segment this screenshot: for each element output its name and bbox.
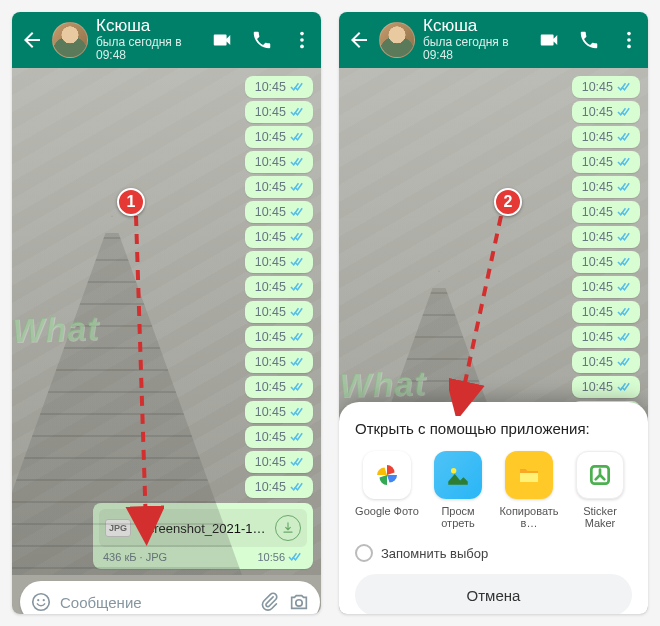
message-bubble[interactable]: 10:45 xyxy=(572,301,640,323)
app-label: Копировать в… xyxy=(497,505,561,530)
app-option-gallery[interactable]: Просм отреть xyxy=(426,451,490,530)
app-label: Google Фото xyxy=(355,505,419,518)
remember-checkbox[interactable] xyxy=(355,544,373,562)
callout-badge-1: 1 xyxy=(117,188,145,216)
phone-right: Ксюша была сегодня в 09:48 What 10:45 10… xyxy=(339,12,648,614)
message-bubble[interactable]: 10:45 xyxy=(245,426,313,448)
read-ticks-icon xyxy=(290,481,305,493)
open-with-sheet: Открыть с помощью приложения: Google Фот… xyxy=(339,402,648,614)
google-photos-icon xyxy=(372,460,402,490)
read-ticks-icon xyxy=(290,206,305,218)
message-bubble[interactable]: 10:45 xyxy=(245,326,313,348)
message-bubble[interactable]: 10:45 xyxy=(572,176,640,198)
download-icon[interactable] xyxy=(275,515,301,541)
message-bubble[interactable]: 10:45 xyxy=(572,76,640,98)
message-bubble[interactable]: 10:45 xyxy=(572,126,640,148)
contact-name-block[interactable]: Ксюша была сегодня в 09:48 xyxy=(96,17,203,62)
message-bubble[interactable]: 10:45 xyxy=(572,101,640,123)
message-input[interactable] xyxy=(60,594,250,611)
svg-point-2 xyxy=(300,45,304,49)
input-bar xyxy=(12,575,321,614)
svg-point-4 xyxy=(37,599,39,601)
back-icon[interactable] xyxy=(20,28,44,52)
message-bubble[interactable]: 10:45 xyxy=(245,276,313,298)
svg-point-1 xyxy=(300,38,304,42)
attach-icon[interactable] xyxy=(258,591,280,613)
voice-call-icon[interactable] xyxy=(251,29,273,51)
app-option-copy[interactable]: Копировать в… xyxy=(497,451,561,530)
message-bubble[interactable]: 10:45 xyxy=(572,251,640,273)
message-bubble[interactable]: 10:45 xyxy=(245,476,313,498)
message-bubble[interactable]: 10:45 xyxy=(245,401,313,423)
message-input-box[interactable] xyxy=(20,581,320,614)
message-bubble[interactable]: 10:45 xyxy=(572,376,640,398)
remember-label: Запомнить выбор xyxy=(381,546,488,561)
message-bubble[interactable]: 10:45 xyxy=(245,201,313,223)
app-label: Просм отреть xyxy=(426,505,490,530)
message-bubble[interactable]: 10:45 xyxy=(572,151,640,173)
read-ticks-icon xyxy=(290,231,305,243)
back-icon[interactable] xyxy=(347,28,371,52)
more-icon[interactable] xyxy=(291,29,313,51)
message-bubble[interactable]: 10:45 xyxy=(245,151,313,173)
svg-point-6 xyxy=(296,600,302,606)
contact-name: Ксюша xyxy=(423,17,530,36)
read-ticks-icon xyxy=(290,381,305,393)
message-bubble[interactable]: 10:45 xyxy=(572,276,640,298)
chat-header: Ксюша была сегодня в 09:48 xyxy=(339,12,648,68)
message-bubble[interactable]: 10:45 xyxy=(572,201,640,223)
message-bubble[interactable]: 10:45 xyxy=(245,76,313,98)
message-bubble[interactable]: 10:45 xyxy=(245,126,313,148)
svg-point-0 xyxy=(300,32,304,36)
callout-badge-2: 2 xyxy=(494,188,522,216)
read-ticks-icon xyxy=(288,551,303,563)
svg-point-8 xyxy=(627,32,631,36)
read-ticks-icon xyxy=(290,81,305,93)
message-bubble[interactable]: 10:45 xyxy=(245,176,313,198)
message-bubble[interactable]: 10:45 xyxy=(245,376,313,398)
message-bubble[interactable]: 10:45 xyxy=(572,351,640,373)
message-bubble[interactable]: 10:45 xyxy=(245,101,313,123)
remember-choice[interactable]: Запомнить выбор xyxy=(355,544,632,562)
svg-point-3 xyxy=(33,594,50,611)
sticker-maker-icon xyxy=(587,462,613,488)
contact-name: Ксюша xyxy=(96,17,203,36)
video-call-icon[interactable] xyxy=(211,29,233,51)
contact-status: была сегодня в 09:48 xyxy=(96,36,203,62)
more-icon[interactable] xyxy=(618,29,640,51)
read-ticks-icon xyxy=(290,306,305,318)
avatar[interactable] xyxy=(379,22,415,58)
folder-icon xyxy=(517,463,541,487)
read-ticks-icon xyxy=(290,456,305,468)
app-option-google-photos[interactable]: Google Фото xyxy=(355,451,419,530)
gallery-icon xyxy=(445,462,471,488)
app-option-sticker[interactable]: Sticker Maker xyxy=(568,451,632,530)
phone-left: Ксюша была сегодня в 09:48 What 10:45 10… xyxy=(12,12,321,614)
cancel-button[interactable]: Отмена xyxy=(355,574,632,614)
file-type-badge: JPG xyxy=(105,519,131,537)
file-message[interactable]: JPG Screenshot_2021-10-25-10-… 436 кБ · … xyxy=(93,503,313,569)
contact-status: была сегодня в 09:48 xyxy=(423,36,530,62)
message-bubble[interactable]: 10:45 xyxy=(245,301,313,323)
read-ticks-icon xyxy=(290,356,305,368)
message-bubble[interactable]: 10:45 xyxy=(245,251,313,273)
message-bubble[interactable]: 10:45 xyxy=(245,226,313,248)
message-bubble[interactable]: 10:45 xyxy=(572,326,640,348)
read-ticks-icon xyxy=(290,431,305,443)
svg-point-5 xyxy=(43,599,45,601)
read-ticks-icon xyxy=(290,406,305,418)
camera-icon[interactable] xyxy=(288,591,310,613)
chat-area[interactable]: What 10:45 10:45 10:45 10:45 10:45 10:45… xyxy=(12,68,321,575)
read-ticks-icon xyxy=(290,106,305,118)
video-call-icon[interactable] xyxy=(538,29,560,51)
read-ticks-icon xyxy=(290,181,305,193)
emoji-icon[interactable] xyxy=(30,591,52,613)
app-label: Sticker Maker xyxy=(568,505,632,530)
message-bubble[interactable]: 10:45 xyxy=(245,451,313,473)
avatar[interactable] xyxy=(52,22,88,58)
message-bubble[interactable]: 10:45 xyxy=(572,226,640,248)
contact-name-block[interactable]: Ксюша была сегодня в 09:48 xyxy=(423,17,530,62)
message-bubble[interactable]: 10:45 xyxy=(245,351,313,373)
voice-call-icon[interactable] xyxy=(578,29,600,51)
read-ticks-icon xyxy=(290,131,305,143)
